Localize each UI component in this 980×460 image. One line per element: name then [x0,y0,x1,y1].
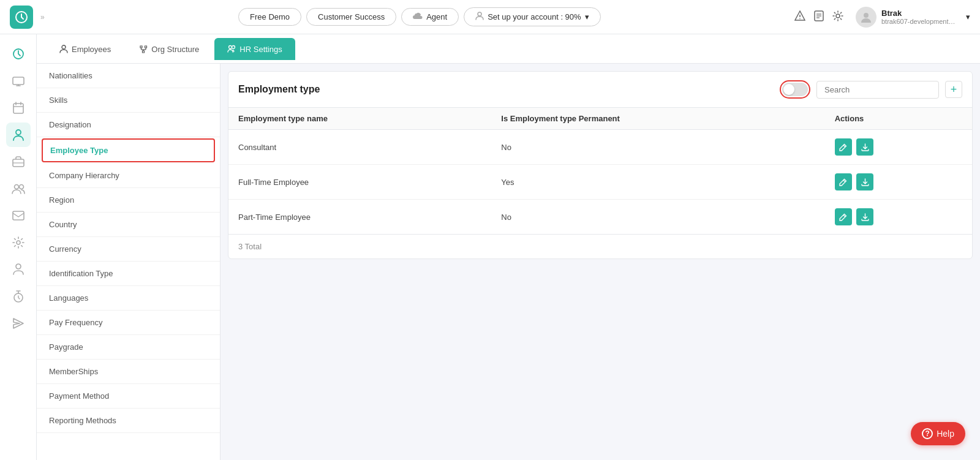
avatar [856,7,876,28]
sidebar-item-send[interactable] [6,311,31,336]
main-wrapper: Employees Org Structure HR Settings [37,34,980,460]
topnav: » Free Demo Customer Success Agent Set u… [0,0,980,34]
employee-type-item[interactable]: Employee Type [42,138,215,162]
svg-point-9 [864,13,869,18]
panel-header: Employment type + [228,72,972,108]
employees-tab-label: Employees [72,45,111,54]
username-label: Btrak [881,9,961,18]
pay-frequency-item[interactable]: Pay Frequency [37,311,220,335]
sidebar-item-user[interactable] [6,123,31,147]
cell-name: Part-Time Employee [228,200,491,235]
sidebar-item-settings[interactable] [6,230,31,255]
svg-rect-23 [13,211,24,220]
paygrade-item[interactable]: Paygrade [37,335,220,360]
payment-method-item[interactable]: Payment Method [37,384,220,409]
employees-tab[interactable]: Employees [47,38,124,60]
org-structure-tab[interactable]: Org Structure [126,38,212,60]
topnav-icons [794,10,843,24]
reporting-methods-item[interactable]: Reporting Methods [37,409,220,433]
gear-icon[interactable] [832,10,843,24]
document-icon[interactable] [814,10,824,24]
cloud-icon [413,12,423,21]
svg-point-34 [229,46,232,49]
currency-item[interactable]: Currency [37,237,220,262]
svg-point-3 [799,18,801,19]
svg-point-8 [836,14,840,18]
svg-point-29 [62,45,66,49]
help-circle-icon: ? [922,428,933,439]
table-row: Consultant No [228,130,972,165]
nav-arrows: » [40,13,45,21]
setup-label: Set up your account : 90% [488,12,581,21]
company-hierarchy-item[interactable]: Company Hierarchy [37,164,220,188]
designation-item[interactable]: Designation [37,113,220,137]
cell-permanent: Yes [491,165,824,200]
customer-success-button[interactable]: Customer Success [306,8,396,26]
cell-name: Consultant [228,130,491,165]
user-menu[interactable]: Btrak btrak607-development@gm... ▾ [856,7,970,28]
svg-rect-11 [13,77,24,85]
download-button[interactable] [856,208,873,225]
nationalities-item[interactable]: Nationalities [37,64,220,88]
employment-type-table: Employment type name Is Employment type … [228,108,972,234]
edit-button[interactable] [835,173,852,190]
sidebar-item-clock[interactable] [6,42,31,66]
search-input[interactable] [816,81,939,99]
help-button[interactable]: ? Help [911,422,965,445]
setup-arrow-icon: ▾ [585,12,589,21]
cell-actions [825,200,972,235]
table-row: Full-Time Employee Yes [228,165,972,200]
add-button[interactable]: + [945,81,962,98]
identification-type-item[interactable]: Identification Type [37,262,220,286]
panel-title: Employment type [238,84,320,95]
panel-header-right: + [780,80,962,99]
cell-permanent: No [491,130,824,165]
sidebar-item-person[interactable] [6,257,31,282]
setup-button[interactable]: Set up your account : 90% ▾ [464,7,600,26]
svg-rect-14 [13,104,23,113]
svg-point-21 [14,185,18,189]
svg-point-22 [19,185,23,189]
left-sidebar [0,34,37,460]
tabbar: Employees Org Structure HR Settings [37,34,980,64]
panel-footer: 3 Total [228,234,972,258]
user-dropdown-arrow: ▾ [966,12,970,21]
email-label: btrak607-development@gm... [881,18,961,25]
sidebar-item-group[interactable] [6,176,31,201]
region-item[interactable]: Region [37,188,220,213]
help-label: Help [937,429,954,439]
hr-settings-tab[interactable]: HR Settings [214,38,295,60]
sidebar-item-calendar[interactable] [6,96,31,120]
memberships-item[interactable]: MemberShips [37,360,220,384]
edit-button[interactable] [835,208,852,225]
setup-user-icon [475,12,484,22]
user-info: Btrak btrak607-development@gm... [881,9,961,25]
languages-item[interactable]: Languages [37,286,220,311]
skills-item[interactable]: Skills [37,88,220,113]
sidebar-item-tv[interactable] [6,69,31,93]
svg-point-24 [17,241,20,244]
cell-name: Full-Time Employee [228,165,491,200]
col-permanent: Is Employment type Permanent [491,108,824,130]
sidebar-item-mail[interactable] [6,203,31,228]
download-button[interactable] [856,138,873,156]
agent-label: Agent [426,12,447,21]
org-structure-tab-label: Org Structure [151,45,199,54]
cell-actions [825,130,972,165]
sidebar-item-timer[interactable] [6,284,31,309]
cell-permanent: No [491,200,824,235]
sidebar-item-briefcase[interactable] [6,149,31,174]
toggle-switch[interactable] [782,83,808,96]
content-area: Nationalities Skills Designation Employe… [37,64,980,460]
svg-point-18 [16,130,21,135]
country-item[interactable]: Country [37,213,220,237]
alert-icon[interactable] [794,10,805,24]
download-button[interactable] [856,173,873,190]
svg-point-35 [232,46,235,49]
table-row: Part-Time Employee No [228,200,972,235]
edit-button[interactable] [835,138,852,156]
toggle-knob [783,84,794,95]
agent-button[interactable]: Agent [401,8,459,26]
free-demo-button[interactable]: Free Demo [238,8,301,26]
app-logo[interactable] [10,6,33,29]
